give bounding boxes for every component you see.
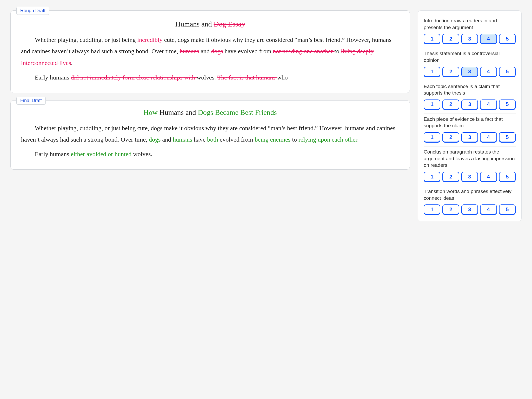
score-button-5[interactable]: 5 [499, 204, 516, 214]
score-row: 12345 [424, 67, 516, 77]
score-button-1[interactable]: 1 [424, 132, 440, 142]
text-segment: evolved from [218, 136, 255, 143]
rough-draft-paragraph-2: Early humans did not immediately form cl… [21, 72, 399, 83]
text-segment: being enemies [255, 136, 290, 143]
rubric-item: Thesis statement is a controversial opin… [424, 48, 516, 81]
text-segment: have evolved from [223, 48, 273, 55]
final-draft-title: How Humans and Dogs Became Best Friends [21, 108, 399, 117]
score-row: 12345 [424, 204, 516, 214]
rubric-description: Each piece of evidence is a fact that su… [424, 116, 516, 129]
score-button-3[interactable]: 3 [461, 172, 478, 182]
text-segment: How [143, 108, 157, 116]
score-button-2[interactable]: 2 [442, 172, 459, 182]
score-button-1[interactable]: 1 [424, 99, 440, 109]
score-button-3[interactable]: 3 [461, 67, 478, 77]
score-row: 12345 [424, 172, 516, 182]
score-button-1[interactable]: 1 [424, 172, 440, 182]
text-segment: not needing one another [273, 48, 334, 55]
text-segment: Whether playing, cuddling, or just being [35, 36, 137, 43]
score-button-3[interactable]: 3 [461, 132, 478, 142]
score-button-5[interactable]: 5 [499, 132, 516, 142]
score-button-1[interactable]: 1 [424, 67, 440, 77]
text-segment: and [161, 136, 173, 143]
score-button-3[interactable]: 3 [461, 204, 478, 214]
text-segment: Early humans [35, 74, 71, 81]
score-row: 12345 [424, 99, 516, 109]
score-button-4[interactable]: 4 [480, 67, 497, 77]
text-segment: . [71, 59, 73, 66]
score-button-1[interactable]: 1 [424, 34, 440, 44]
rough-draft-title: Humans and Dog Essay [21, 20, 399, 28]
text-segment: Early humans [35, 151, 71, 157]
score-button-5[interactable]: 5 [499, 99, 516, 109]
text-segment: and [199, 48, 211, 55]
rubric-description: Conclusion paragraph restates the argume… [424, 149, 516, 169]
text-segment: who [277, 74, 288, 81]
rubric-item: Each piece of evidence is a fact that su… [424, 114, 516, 147]
score-button-2[interactable]: 2 [442, 204, 459, 214]
text-segment: Humans and [158, 108, 198, 116]
text-segment: . [357, 136, 359, 143]
score-button-2[interactable]: 2 [442, 34, 459, 44]
rubric-item: Introduction draws readers in and presen… [424, 17, 516, 48]
score-button-4[interactable]: 4 [480, 172, 497, 182]
text-segment: have [192, 136, 207, 143]
score-button-3[interactable]: 3 [461, 34, 478, 44]
text-segment: wolves. [131, 151, 152, 157]
text-segment: incredibly [137, 36, 164, 43]
score-button-5[interactable]: 5 [499, 34, 516, 44]
essays-column: Rough Draft Humans and Dog Essay Whether… [10, 10, 410, 170]
text-segment: either avoided or hunted [71, 151, 131, 157]
rubric-description: Thesis statement is a controversial opin… [424, 50, 516, 63]
text-segment: Dog Essay [214, 20, 245, 28]
final-draft-paragraph-1: Whether playing, cuddling, or just being… [21, 122, 399, 145]
rough-draft-paragraph-1: Whether playing, cuddling, or just being… [21, 34, 399, 69]
score-button-4[interactable]: 4 [480, 204, 497, 214]
text-segment: Humans and [175, 20, 214, 28]
score-button-4[interactable]: 4 [480, 99, 497, 109]
text-segment: relying upon each other [298, 136, 357, 143]
text-segment: humans [173, 136, 192, 143]
score-row: 12345 [424, 132, 516, 142]
final-draft-paragraph-2: Early humans either avoided or hunted wo… [21, 148, 399, 160]
text-segment: dogs [211, 48, 223, 55]
rough-draft-label: Rough Draft [16, 7, 49, 15]
rough-draft-card: Rough Draft Humans and Dog Essay Whether… [10, 10, 410, 93]
rubric-description: Transition words and phrases effectively… [424, 188, 516, 201]
rubric-item: Transition words and phrases effectively… [424, 186, 516, 214]
text-segment: humans [180, 48, 199, 55]
text-segment: Dogs Became Best Friends [198, 108, 277, 116]
score-button-2[interactable]: 2 [442, 67, 459, 77]
score-button-2[interactable]: 2 [442, 99, 459, 109]
text-segment: to [335, 48, 341, 55]
score-button-2[interactable]: 2 [442, 132, 459, 142]
score-button-5[interactable]: 5 [499, 172, 516, 182]
rubric-item: Conclusion paragraph restates the argume… [424, 147, 516, 186]
score-button-3[interactable]: 3 [461, 99, 478, 109]
text-segment: both [207, 136, 218, 143]
rubric-description: Introduction draws readers in and presen… [424, 17, 516, 31]
score-row: 12345 [424, 34, 516, 44]
text-segment: to [290, 136, 298, 143]
score-button-1[interactable]: 1 [424, 204, 440, 214]
score-button-4[interactable]: 4 [480, 132, 497, 142]
rubric-panel: Introduction draws readers in and presen… [418, 10, 522, 221]
score-button-4[interactable]: 4 [480, 34, 497, 44]
rubric-description: Each topic sentence is a claim that supp… [424, 83, 516, 96]
text-segment: did not immediately form close relations… [71, 74, 197, 81]
rubric-item: Each topic sentence is a claim that supp… [424, 81, 516, 114]
text-segment: The fact is that humans [217, 74, 277, 81]
final-draft-card: Final Draft How Humans and Dogs Became B… [10, 100, 410, 170]
text-segment: wolves. [197, 74, 217, 81]
score-button-5[interactable]: 5 [499, 67, 516, 77]
final-draft-label: Final Draft [16, 97, 46, 105]
text-segment: dogs [149, 136, 161, 143]
